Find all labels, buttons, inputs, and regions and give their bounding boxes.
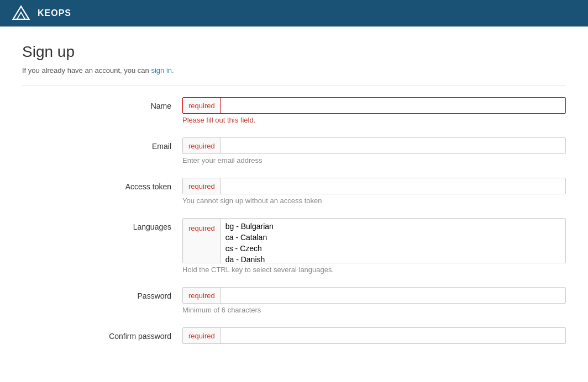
languages-label: Languages (22, 218, 182, 231)
languages-select[interactable]: bg - Bulgarianca - Catalancs - Czechda -… (221, 219, 565, 263)
signin-link[interactable]: sign in. (151, 66, 174, 75)
name-error-hint: Please fill out this field. (182, 116, 566, 124)
email-placeholder-label: required (183, 138, 221, 153)
languages-hint: Hold the CTRL key to select several lang… (182, 266, 566, 274)
email-field-wrapper: required Enter your email address (182, 137, 566, 165)
main-content: Sign up If you already have an account, … (0, 26, 588, 374)
password-input-container: required (182, 287, 566, 304)
name-placeholder-label: required (183, 98, 221, 113)
password-hint: Minimum of 6 characters (182, 306, 566, 314)
keops-logo-icon (11, 3, 31, 23)
email-input[interactable] (221, 138, 565, 153)
name-input[interactable] (221, 98, 565, 113)
password-input[interactable] (221, 288, 565, 303)
app-header: KEOPS (0, 0, 588, 26)
password-placeholder-label: required (183, 288, 221, 303)
access-token-hint: You cannot sign up without an access tok… (182, 197, 566, 205)
confirm-password-placeholder-label: required (183, 328, 221, 343)
name-field-wrapper: required Please fill out this field. (182, 97, 566, 124)
confirm-password-input[interactable] (221, 328, 565, 343)
signin-message: If you already have an account, you can … (22, 66, 566, 86)
access-token-label: Access token (22, 178, 182, 191)
languages-placeholder-label: required (183, 219, 221, 263)
name-field-row: Name required Please fill out this field… (22, 97, 566, 124)
confirm-password-label: Confirm password (22, 327, 182, 341)
name-input-container: required (182, 97, 566, 114)
access-token-input-container: required (182, 178, 566, 194)
access-token-field-row: Access token required You cannot sign up… (22, 178, 566, 205)
name-label: Name (22, 97, 182, 110)
access-token-field-wrapper: required You cannot sign up without an a… (182, 178, 566, 205)
confirm-password-input-container: required (182, 327, 566, 344)
page-title: Sign up (22, 43, 566, 61)
signin-prefix-text: If you already have an account, you can (22, 66, 149, 75)
email-field-row: Email required Enter your email address (22, 137, 566, 165)
password-field-row: Password required Minimum of 6 character… (22, 287, 566, 314)
email-input-container: required (182, 137, 566, 154)
access-token-placeholder-label: required (183, 178, 221, 194)
confirm-password-field-wrapper: required (182, 327, 566, 344)
languages-select-container: required bg - Bulgarianca - Catalancs - … (182, 218, 566, 263)
languages-field-wrapper: required bg - Bulgarianca - Catalancs - … (182, 218, 566, 274)
confirm-password-field-row: Confirm password required (22, 327, 566, 344)
password-label: Password (22, 287, 182, 300)
password-field-wrapper: required Minimum of 6 characters (182, 287, 566, 314)
languages-field-row: Languages required bg - Bulgarianca - Ca… (22, 218, 566, 274)
signup-form: Name required Please fill out this field… (22, 97, 566, 344)
app-title: KEOPS (38, 8, 71, 18)
email-hint: Enter your email address (182, 156, 566, 165)
access-token-input[interactable] (221, 178, 565, 194)
email-label: Email (22, 137, 182, 151)
